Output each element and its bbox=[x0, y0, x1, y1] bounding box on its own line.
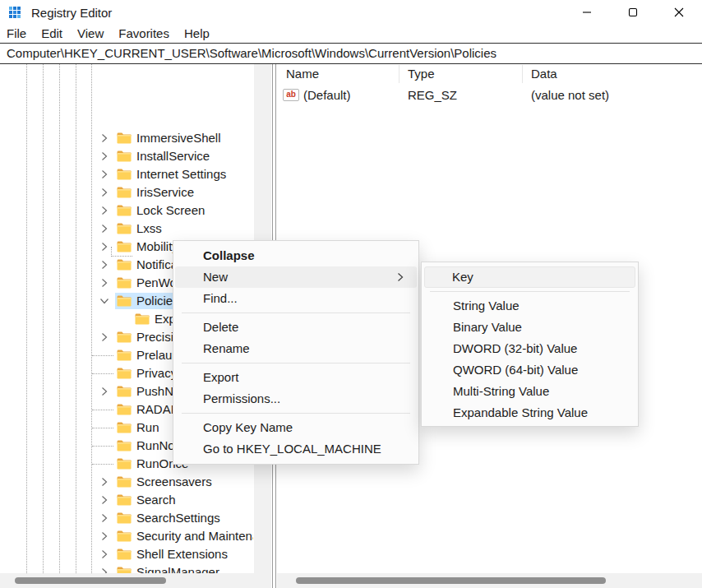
tree-item-irisservice[interactable]: IrisService bbox=[0, 183, 253, 201]
tree-item-label: Lock Screen bbox=[136, 203, 205, 217]
menu-file[interactable]: File bbox=[7, 25, 34, 43]
folder-icon bbox=[117, 549, 132, 560]
context-menu-item-delete[interactable]: Delete bbox=[175, 317, 417, 338]
chevron-right-icon[interactable] bbox=[99, 567, 110, 573]
string-value-icon: ab bbox=[283, 89, 299, 101]
tree-item-hit-area: Security and Maintenance bbox=[115, 528, 253, 544]
tree-item-immersiveshell[interactable]: ImmersiveShell bbox=[0, 129, 253, 147]
value-name: (Default) bbox=[303, 88, 351, 102]
submenu-item-key[interactable]: Key bbox=[424, 266, 635, 288]
submenu-item-multi-string-value[interactable]: Multi-String Value bbox=[423, 381, 636, 402]
menu-separator bbox=[182, 413, 410, 414]
tree-item-hit-area: Privacy bbox=[115, 365, 180, 382]
tree-item-hit-area: IrisService bbox=[115, 184, 197, 201]
submenu-item-qword-value[interactable]: QWORD (64-bit) Value bbox=[423, 359, 636, 381]
address-bar[interactable]: Computer\HKEY_CURRENT_USER\Software\Micr… bbox=[0, 43, 702, 64]
tree-connector bbox=[92, 464, 113, 465]
column-header-data[interactable]: Data bbox=[523, 65, 702, 83]
tree-item-internet-settings[interactable]: Internet Settings bbox=[0, 165, 253, 183]
folder-icon bbox=[117, 530, 132, 542]
menu-help[interactable]: Help bbox=[177, 25, 217, 43]
context-menu-item-rename[interactable]: Rename bbox=[175, 338, 417, 359]
chevron-right-icon[interactable] bbox=[99, 132, 110, 144]
maximize-button[interactable] bbox=[610, 0, 656, 25]
chevron-right-icon[interactable] bbox=[99, 241, 110, 252]
context-menu-item-find[interactable]: Find... bbox=[175, 288, 417, 309]
folder-icon bbox=[117, 440, 132, 451]
tree-child-connector bbox=[111, 247, 132, 257]
close-button[interactable] bbox=[656, 0, 702, 25]
tree-connector bbox=[92, 373, 113, 374]
minimize-icon bbox=[582, 7, 592, 17]
folder-icon bbox=[117, 223, 132, 234]
folder-icon bbox=[117, 567, 132, 574]
folder-icon bbox=[117, 205, 132, 216]
tree-item-hit-area: Lock Screen bbox=[115, 202, 208, 219]
folder-icon bbox=[135, 313, 150, 325]
submenu-item-binary-value[interactable]: Binary Value bbox=[423, 317, 636, 338]
chevron-right-icon[interactable] bbox=[99, 187, 110, 198]
tree-item-hit-area: Screensavers bbox=[115, 474, 215, 490]
tree-item-label: Security and Maintenance bbox=[136, 529, 253, 543]
chevron-down-icon[interactable] bbox=[99, 295, 110, 307]
tree-horizontal-scrollbar[interactable] bbox=[0, 573, 271, 588]
tree-item-label: InstallService bbox=[136, 149, 210, 163]
context-menu-item-go-to-hklm[interactable]: Go to HKEY_LOCAL_MACHINE bbox=[175, 438, 417, 460]
chevron-right-icon[interactable] bbox=[99, 549, 110, 560]
chevron-right-icon[interactable] bbox=[99, 386, 110, 397]
tree-item-search[interactable]: Search bbox=[0, 491, 253, 509]
menu-favorites[interactable]: Favorites bbox=[111, 25, 177, 43]
tree-item-lxss[interactable]: Lxss bbox=[0, 220, 253, 238]
chevron-right-icon[interactable] bbox=[99, 494, 110, 506]
chevron-right-icon[interactable] bbox=[99, 331, 110, 343]
chevron-right-icon[interactable] bbox=[99, 530, 110, 542]
tree-item-hit-area: Search bbox=[115, 492, 179, 508]
tree-connector bbox=[92, 410, 113, 410]
tree-item-hit-area: InstallService bbox=[115, 148, 213, 164]
tree-item-label: Search bbox=[136, 493, 176, 507]
value-row-default[interactable]: ab (Default) REG_SZ (value not set) bbox=[278, 86, 702, 104]
tree-item-searchsettings[interactable]: SearchSettings bbox=[0, 509, 253, 527]
tree-item-installservice[interactable]: InstallService bbox=[0, 147, 253, 165]
chevron-right-icon[interactable] bbox=[99, 476, 110, 488]
submenu-item-dword-value[interactable]: DWORD (32-bit) Value bbox=[423, 338, 636, 359]
tree-item-shell-extensions[interactable]: Shell Extensions bbox=[0, 545, 253, 563]
context-menu-item-permissions[interactable]: Permissions... bbox=[175, 388, 417, 410]
context-menu-item-new[interactable]: New bbox=[175, 266, 417, 288]
chevron-right-icon[interactable] bbox=[99, 277, 110, 289]
minimize-button[interactable] bbox=[564, 0, 610, 25]
scrollbar-thumb[interactable] bbox=[296, 577, 606, 584]
column-header-name[interactable]: Name bbox=[278, 65, 399, 83]
submenu-item-string-value[interactable]: String Value bbox=[423, 295, 636, 317]
window-title: Registry Editor bbox=[31, 6, 112, 20]
tree-item-hit-area: Run bbox=[115, 419, 163, 436]
column-header-type[interactable]: Type bbox=[399, 65, 523, 83]
context-menu-item-copy-key-name[interactable]: Copy Key Name bbox=[175, 417, 417, 438]
folder-icon bbox=[117, 386, 132, 397]
folder-icon bbox=[117, 277, 132, 289]
folder-icon bbox=[117, 422, 132, 433]
tree-item-lock-screen[interactable]: Lock Screen bbox=[0, 201, 253, 220]
tree-item-label: Shell Extensions bbox=[136, 547, 228, 561]
chevron-right-icon[interactable] bbox=[99, 169, 110, 180]
new-submenu: Key String Value Binary Value DWORD (32-… bbox=[421, 262, 639, 427]
list-horizontal-scrollbar[interactable] bbox=[277, 573, 702, 588]
chevron-right-icon[interactable] bbox=[99, 205, 110, 216]
context-menu-item-collapse[interactable]: Collapse bbox=[175, 245, 417, 266]
folder-icon bbox=[117, 476, 132, 488]
chevron-right-icon[interactable] bbox=[99, 259, 110, 271]
folder-icon bbox=[117, 512, 132, 524]
chevron-right-icon[interactable] bbox=[99, 150, 110, 162]
tree-item-security-and-maintenance[interactable]: Security and Maintenance bbox=[0, 527, 253, 545]
chevron-right-icon[interactable] bbox=[99, 223, 110, 234]
tree-item-screensavers[interactable]: Screensavers bbox=[0, 473, 253, 491]
menu-edit[interactable]: Edit bbox=[34, 25, 70, 43]
tree-item-label: ImmersiveShell bbox=[136, 131, 221, 145]
scrollbar-thumb[interactable] bbox=[15, 577, 166, 584]
submenu-item-expandable-string-value[interactable]: Expandable String Value bbox=[423, 402, 636, 424]
context-menu-item-export[interactable]: Export bbox=[175, 367, 417, 388]
tree-item-signalmanager[interactable]: SignalManager bbox=[0, 563, 253, 573]
chevron-right-icon[interactable] bbox=[99, 512, 110, 524]
folder-icon bbox=[117, 150, 132, 162]
menu-view[interactable]: View bbox=[70, 25, 111, 43]
